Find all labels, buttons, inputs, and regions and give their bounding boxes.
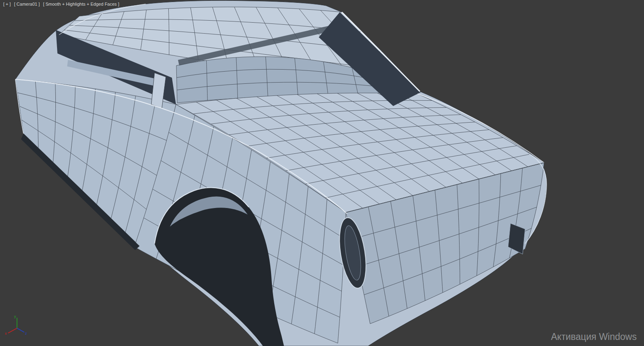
viewport-menu-general[interactable]: [ + ] <box>3 2 11 6</box>
axis-x-line <box>8 328 17 333</box>
viewport[interactable]: [ + ] [ Camera01 ] [ Smooth + Highlights… <box>0 0 644 346</box>
axis-x-label: x <box>5 331 7 335</box>
axis-z-label: z <box>25 331 27 335</box>
world-axis-gizmo: y x z <box>4 314 28 335</box>
windows-activation-watermark: Активация Windows <box>551 331 637 342</box>
axis-y-label: y <box>14 314 16 318</box>
viewport-menu-shading[interactable]: [ Smooth + Highlights + Edged Faces ] <box>43 2 119 6</box>
axis-z-line <box>17 328 24 332</box>
viewport-canvas[interactable] <box>0 0 644 346</box>
viewport-label: [ + ] [ Camera01 ] [ Smooth + Highlights… <box>3 2 121 6</box>
viewport-menu-pov[interactable]: [ Camera01 ] <box>14 2 40 6</box>
